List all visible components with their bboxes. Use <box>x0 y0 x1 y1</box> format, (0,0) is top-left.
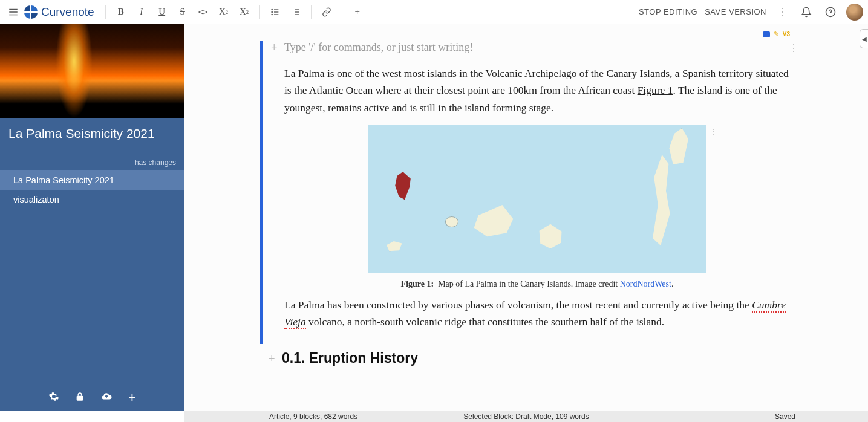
lock-icon[interactable] <box>75 392 85 404</box>
notifications-icon[interactable] <box>798 4 815 21</box>
island-fuerteventura <box>646 155 673 245</box>
sidebar-item-visualization[interactable]: visualizaton <box>0 190 184 209</box>
credit-link[interactable]: NordNordWest <box>620 279 671 288</box>
content-block-intro[interactable]: + ✎ V3 ⋮ Type '/' for commands, or just … <box>260 41 792 344</box>
toolbar-separator <box>259 5 260 19</box>
comment-badge-icon[interactable] <box>763 31 770 37</box>
brand-mark-icon <box>24 5 38 19</box>
brand-text: Curvenote <box>41 5 94 19</box>
more-menu-icon[interactable]: ⋮ <box>774 4 791 21</box>
figure-1: ⋮ Figure 1: Map of La Palma in the Canar… <box>284 125 790 289</box>
numbered-list-button[interactable] <box>287 4 305 21</box>
strikethrough-button[interactable]: S <box>174 4 192 21</box>
edit-badge-icon[interactable]: ✎ <box>774 30 779 38</box>
figure-caption[interactable]: Figure 1: Map of La Palma in the Canary … <box>401 279 674 289</box>
editor-placeholder[interactable]: Type '/' for commands, or just start wri… <box>284 41 790 54</box>
figure-reference-link[interactable]: Figure 1 <box>638 84 673 96</box>
island-gomera <box>445 216 458 227</box>
help-icon[interactable] <box>822 4 839 21</box>
subscript-button[interactable]: X2 <box>215 4 233 21</box>
link-button[interactable] <box>318 4 336 21</box>
code-button[interactable]: <> <box>194 4 212 21</box>
svg-rect-14 <box>77 395 83 400</box>
status-save-state: Saved <box>775 412 795 421</box>
toolbar-separator <box>342 5 342 19</box>
content-block-heading[interactable]: + 0.1. Eruption History <box>260 350 792 371</box>
map-image[interactable] <box>368 125 706 273</box>
add-page-icon[interactable]: + <box>128 390 136 406</box>
status-doc-info: Article, 9 blocks, 682 words <box>269 412 357 421</box>
italic-button[interactable]: I <box>132 4 151 21</box>
add-block-handle-icon[interactable]: + <box>271 41 278 54</box>
user-avatar[interactable] <box>846 4 863 21</box>
status-bar: Article, 9 blocks, 682 words Selected Bl… <box>184 411 868 422</box>
paragraph-1[interactable]: La Palma is one of the west most islands… <box>284 65 790 116</box>
project-title: La Palma Seismicity 2021 <box>0 118 184 152</box>
save-version-button[interactable]: SAVE VERSION <box>705 7 766 16</box>
add-block-button[interactable]: + <box>348 4 367 21</box>
underline-button[interactable]: U <box>153 4 171 21</box>
top-toolbar: Curvenote B I U S <> X2 X2 + STOP EDITIN… <box>0 0 868 24</box>
toolbar-separator <box>311 5 312 19</box>
superscript-button[interactable]: X2 <box>235 4 253 21</box>
sidebar: La Palma Seismicity 2021 has changes La … <box>0 24 184 411</box>
svg-point-3 <box>272 9 272 10</box>
editor-canvas: + ✎ V3 ⋮ Type '/' for commands, or just … <box>184 24 868 411</box>
island-lanzarote <box>664 128 690 164</box>
right-panel-toggle-icon[interactable]: ◀ <box>860 29 868 48</box>
sidebar-item-article[interactable]: La Palma Seismicity 2021 <box>0 170 184 190</box>
toolbar-separator <box>105 5 106 19</box>
version-badge[interactable]: V3 <box>783 31 790 37</box>
menu-icon[interactable] <box>5 4 22 21</box>
svg-point-7 <box>272 14 272 15</box>
status-block-info: Selected Block: Draft Mode, 109 words <box>463 412 589 421</box>
figure-menu-icon[interactable]: ⋮ <box>709 127 717 137</box>
bullet-list-button[interactable] <box>266 4 284 21</box>
sidebar-bottom-toolbar: + <box>0 385 184 411</box>
stop-editing-button[interactable]: STOP EDITING <box>639 7 697 16</box>
add-block-handle-icon[interactable]: + <box>269 352 275 365</box>
svg-point-5 <box>272 11 272 12</box>
project-hero-image <box>0 24 184 118</box>
changes-indicator: has changes <box>0 152 184 170</box>
section-heading[interactable]: 0.1. Eruption History <box>282 350 790 366</box>
island-tenerife <box>472 203 515 238</box>
paragraph-2[interactable]: La Palma has been constructed by various… <box>284 296 790 331</box>
island-gran-canaria <box>537 224 564 249</box>
island-hierro <box>385 241 403 252</box>
island-la-palma <box>393 172 413 200</box>
settings-icon[interactable] <box>48 391 59 405</box>
block-menu-icon[interactable]: ⋮ <box>789 42 797 54</box>
bold-button[interactable]: B <box>112 4 130 21</box>
cloud-upload-icon[interactable] <box>100 391 113 405</box>
brand-logo[interactable]: Curvenote <box>24 5 94 19</box>
